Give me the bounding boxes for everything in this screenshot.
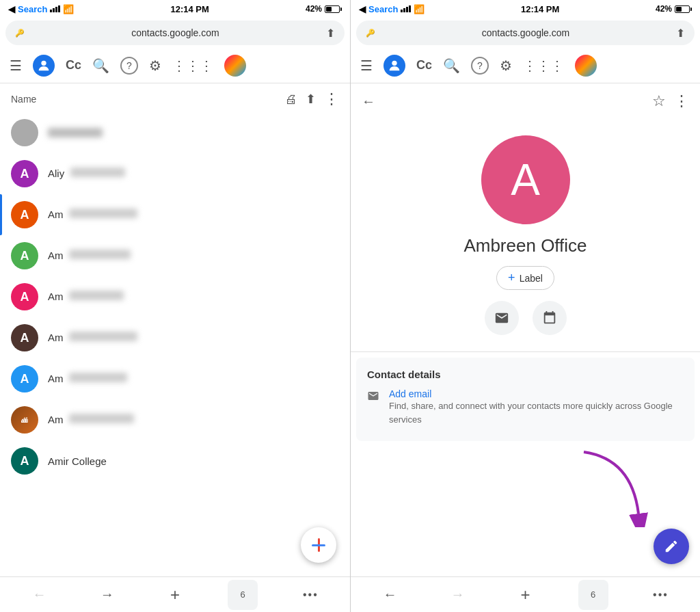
contact-full-name: Ambreen Office [463, 235, 587, 256]
search-icon-right[interactable]: 🔍 [443, 57, 460, 74]
profile-avatar-right[interactable] [575, 55, 597, 77]
status-right: 42% [306, 4, 342, 14]
contact-name: Am [48, 332, 64, 343]
list-item[interactable]: A Aliy [0, 153, 350, 194]
detail-header: ← ☆ ⋮ [351, 83, 700, 119]
contacts-avatar-blue[interactable] [33, 55, 55, 77]
email-detail-icon [367, 390, 379, 405]
tabs-nav-btn-right[interactable]: 6 [578, 580, 608, 610]
contact-avatar: A [11, 447, 38, 475]
help-icon[interactable]: ? [120, 57, 138, 75]
lock-icon: 🔑 [15, 29, 25, 38]
more-nav-btn[interactable]: ••• [295, 580, 325, 610]
address-bar-left[interactable]: 🔑 contacts.google.com ⬆ [5, 21, 345, 45]
contact-name-blurred [48, 128, 103, 137]
contact-name: Aliy [48, 168, 64, 179]
battery-icon [325, 5, 342, 13]
back-nav-btn[interactable]: ← [25, 580, 55, 610]
contact-name: Am [48, 250, 64, 261]
edit-fab[interactable] [654, 529, 689, 564]
contact-name: Amir College [48, 455, 107, 467]
share-button-right[interactable]: ⬆ [676, 27, 685, 40]
forward-nav-btn-right[interactable]: → [443, 580, 473, 610]
email-description: Find, share, and connect with your conta… [389, 399, 684, 426]
cc-label[interactable]: Cc [66, 58, 81, 72]
contact-avatar: A [11, 365, 38, 393]
list-item[interactable]: A Am [0, 194, 350, 235]
share-button[interactable]: ⬆ [326, 27, 335, 40]
add-nav-btn-right[interactable]: + [511, 580, 541, 610]
contacts-avatar-blue-right[interactable] [383, 55, 405, 77]
contact-name-rest [69, 291, 124, 300]
add-email-link[interactable]: Add email [389, 388, 684, 399]
add-nav-btn[interactable]: + [160, 580, 190, 610]
list-item[interactable]: A Amir College [0, 440, 350, 481]
app-toolbar-right: ☰ Cc 🔍 ? ⚙ ⋮⋮⋮ [351, 48, 700, 83]
back-button[interactable]: ← [362, 94, 375, 109]
contact-name-rest [69, 250, 131, 259]
status-search-label-right[interactable]: Search [368, 4, 398, 14]
signal-bars-right [401, 5, 411, 12]
list-item[interactable]: 🏙 Am [0, 399, 350, 440]
list-item[interactable]: A Am [0, 317, 350, 358]
apps-icon-right[interactable]: ⋮⋮⋮ [523, 57, 564, 74]
status-left-right: ◀ Search 📶 [359, 4, 425, 14]
contact-name-rest [70, 168, 125, 177]
contact-name: Am [48, 209, 64, 220]
help-icon-right[interactable]: ? [471, 57, 489, 75]
contact-name-rest [69, 209, 137, 218]
header-actions: 🖨 ⬆ ⋮ [285, 90, 339, 108]
contact-name: Am [48, 373, 64, 384]
label-button[interactable]: + Label [496, 266, 554, 290]
contact-details-section: Contact details Add email Find, share, a… [356, 358, 695, 441]
email-detail-content: Add email Find, share, and connect with … [389, 388, 684, 426]
right-panel: ◀ Search 📶 12:14 PM 42% 🔑 contacts.googl… [350, 0, 700, 612]
contact-hero: A Ambreen Office + Label [351, 119, 700, 351]
back-nav-btn-right[interactable]: ← [375, 580, 405, 610]
list-item[interactable] [0, 112, 350, 153]
settings-icon[interactable]: ⚙ [149, 57, 161, 74]
list-item[interactable]: A Am [0, 358, 350, 399]
apps-icon[interactable]: ⋮⋮⋮ [172, 57, 213, 74]
status-search-label[interactable]: Search [18, 4, 47, 14]
export-icon[interactable]: ⬆ [306, 92, 316, 107]
contact-name-rest [69, 373, 127, 382]
back-arrow-right[interactable]: ◀ [359, 4, 366, 14]
settings-icon-right[interactable]: ⚙ [500, 57, 512, 74]
lock-icon-right: 🔑 [366, 29, 375, 38]
tabs-nav-btn[interactable]: 6 [228, 580, 258, 610]
details-section-title: Contact details [367, 369, 684, 380]
left-panel: ◀ Search 📶 12:14 PM 42% 🔑 contacts.googl… [0, 0, 350, 612]
hero-avatar: A [481, 135, 570, 224]
profile-avatar[interactable] [224, 55, 246, 77]
list-item[interactable]: A Am [0, 235, 350, 276]
bottom-nav-left: ← → + 6 ••• [0, 576, 350, 612]
hamburger-icon[interactable]: ☰ [10, 57, 22, 74]
status-bar-left: ◀ Search 📶 12:14 PM 42% [0, 0, 350, 18]
url-text-right[interactable]: contacts.google.com [379, 27, 672, 38]
add-contact-fab[interactable] [301, 527, 336, 563]
print-icon[interactable]: 🖨 [285, 92, 297, 107]
back-arrow[interactable]: ◀ [8, 4, 15, 14]
search-icon[interactable]: 🔍 [92, 57, 109, 74]
hamburger-icon-right[interactable]: ☰ [360, 57, 373, 74]
contact-avatar: A [11, 201, 38, 228]
more-options-icon[interactable]: ⋮ [324, 90, 339, 108]
status-time-right: 12:14 PM [521, 4, 559, 14]
email-action-btn[interactable] [485, 301, 519, 335]
divider [351, 351, 700, 352]
wifi-icon-right: 📶 [414, 4, 425, 14]
svg-point-1 [392, 60, 396, 65]
more-nav-btn-right[interactable]: ••• [646, 580, 676, 610]
forward-nav-btn[interactable]: → [92, 580, 122, 610]
cc-label-right[interactable]: Cc [416, 58, 432, 72]
contact-avatar-photo: 🏙 [11, 406, 38, 434]
contact-avatar-img [11, 119, 38, 146]
calendar-action-btn[interactable] [533, 301, 567, 335]
more-options-button[interactable]: ⋮ [674, 92, 689, 110]
list-item[interactable]: A Am [0, 276, 350, 317]
url-text[interactable]: contacts.google.com [29, 27, 322, 38]
contact-name: Am [48, 291, 64, 302]
address-bar-right[interactable]: 🔑 contacts.google.com ⬆ [356, 21, 695, 45]
star-button[interactable]: ☆ [652, 92, 666, 110]
